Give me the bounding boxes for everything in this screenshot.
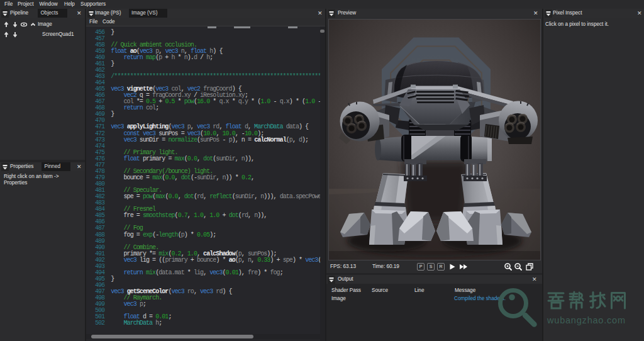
svg-text:wubangzhao.com: wubangzhao.com (547, 315, 626, 325)
